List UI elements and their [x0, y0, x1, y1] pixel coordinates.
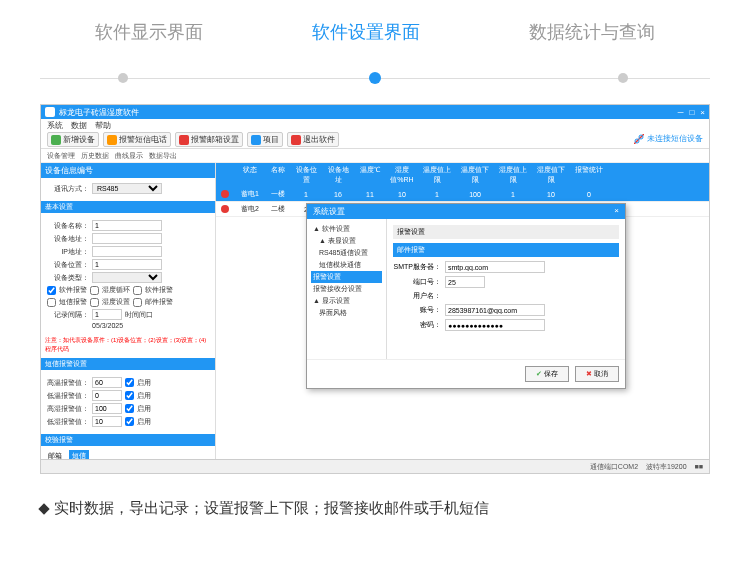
- tree-display-set[interactable]: ▲ 显示设置: [311, 295, 382, 307]
- exit-button[interactable]: 退出软件: [287, 132, 339, 147]
- menubar: 系统 数据 帮助: [41, 119, 709, 131]
- hi-temp-enable[interactable]: [125, 378, 134, 387]
- sheet-icon: [251, 135, 261, 145]
- ip-label: IP地址：: [47, 247, 89, 257]
- menu-help[interactable]: 帮助: [95, 120, 111, 131]
- exit-icon: [291, 135, 301, 145]
- pass-input[interactable]: [445, 319, 545, 331]
- content-area: 状态 名称 设备位置 设备地址 温度℃ 湿度值%RH 温度值上限 温度值下限 湿…: [216, 163, 709, 459]
- subtab-export[interactable]: 数据导出: [149, 151, 177, 161]
- toolbar: 新增设备 报警短信电话 报警邮箱设置 项目 退出软件: [41, 131, 709, 149]
- dev-addr-label: 设备地址：: [47, 234, 89, 244]
- dev-name-input[interactable]: [92, 220, 162, 231]
- ok-button[interactable]: ✔保存: [525, 366, 569, 382]
- conn-type-label: 通讯方式：: [47, 184, 89, 194]
- disconnect-note: 未连接短信设备: [634, 133, 703, 144]
- tab-settings[interactable]: 软件设置界面: [312, 20, 420, 74]
- dialog-footer: ✔保存 ✖取消: [307, 359, 625, 388]
- check-icon: ✔: [536, 370, 542, 377]
- dialog-titlebar: 系统设置 ×: [307, 204, 625, 219]
- tab-mail[interactable]: 邮箱: [45, 450, 65, 459]
- add-device-button[interactable]: 新增设备: [47, 132, 99, 147]
- tree-display[interactable]: ▲ 表显设置: [311, 235, 382, 247]
- menu-data[interactable]: 数据: [71, 120, 87, 131]
- tree-sms-module[interactable]: 短信模块通信: [311, 259, 382, 271]
- subtoolbar: 设备管理 历史数据 曲线显示 数据导出: [41, 149, 709, 163]
- hum-set-checkbox[interactable]: [90, 298, 99, 307]
- port-input[interactable]: [445, 276, 485, 288]
- smtp-label: SMTP服务器：: [393, 262, 441, 272]
- subtab-device[interactable]: 设备管理: [47, 151, 75, 161]
- tab-dot-active: [369, 72, 381, 84]
- hi-temp-label: 高温报警值：: [47, 378, 89, 388]
- maximize-button[interactable]: □: [689, 108, 694, 117]
- status-com: 通信端口COM2: [590, 462, 638, 472]
- caption-text: 实时数据，导出记录；设置报警上下限；报警接收邮件或手机短信: [54, 499, 489, 518]
- acct-label: 账号：: [393, 305, 441, 315]
- mail-panel-header: 邮件报警: [393, 243, 619, 257]
- tree-ui-style[interactable]: 界面风格: [311, 307, 382, 319]
- lo-temp-enable[interactable]: [125, 391, 134, 400]
- page-tabs: 软件显示界面 软件设置界面 数据统计与查询: [0, 0, 750, 74]
- hi-hum-input[interactable]: [92, 403, 122, 414]
- app-icon: [45, 107, 55, 117]
- table-row[interactable]: 蓄电1 一楼 1 16 11 10 1 100 1 10 0: [216, 187, 709, 202]
- dev-loc-label: 设备位置：: [47, 260, 89, 270]
- statusbar: 通信端口COM2 波特率19200 ■■: [41, 459, 709, 473]
- subtab-curve[interactable]: 曲线显示: [115, 151, 143, 161]
- sidebar: 设备信息编号 通讯方式：RS485 基本设置 设备名称： 设备地址： IP地址：…: [41, 163, 216, 459]
- settings-dialog: 系统设置 × ▲ 软件设置 ▲ 表显设置 RS485通信设置 短信模块通信 报警…: [306, 203, 626, 389]
- mail-alarm-checkbox[interactable]: [133, 298, 142, 307]
- tree-rs485[interactable]: RS485通信设置: [311, 247, 382, 259]
- port-label: 端口号：: [393, 277, 441, 287]
- sw-alarm-checkbox[interactable]: [47, 286, 56, 295]
- settings-tree: ▲ 软件设置 ▲ 表显设置 RS485通信设置 短信模块通信 报警设置 报警接收…: [307, 219, 387, 359]
- menu-system[interactable]: 系统: [47, 120, 63, 131]
- lo-temp-input[interactable]: [92, 390, 122, 401]
- rec-int-label: 记录间隔：: [47, 310, 89, 320]
- status-indicator: ■■: [695, 463, 703, 470]
- conn-type-select[interactable]: RS485: [92, 183, 162, 194]
- acct-input[interactable]: [445, 304, 545, 316]
- plus-icon: [51, 135, 61, 145]
- install-date: 05/3/2025: [92, 322, 123, 329]
- x-icon: ✖: [586, 370, 592, 377]
- minimize-button[interactable]: ─: [678, 108, 684, 117]
- cancel-button[interactable]: ✖取消: [575, 366, 619, 382]
- tab-display[interactable]: 软件显示界面: [95, 20, 203, 74]
- hum-cycle-checkbox[interactable]: [90, 286, 99, 295]
- ip-input[interactable]: [92, 246, 162, 257]
- proof-header: 校验报警: [41, 434, 215, 446]
- tab-dot: [618, 73, 628, 83]
- lo-hum-input[interactable]: [92, 416, 122, 427]
- hi-hum-enable[interactable]: [125, 404, 134, 413]
- subtab-history[interactable]: 历史数据: [81, 151, 109, 161]
- sw-alarm2-checkbox[interactable]: [133, 286, 142, 295]
- lo-temp-label: 低温报警值：: [47, 391, 89, 401]
- email-alarm-button[interactable]: 报警邮箱设置: [175, 132, 243, 147]
- status-baud: 波特率19200: [646, 462, 686, 472]
- lo-hum-enable[interactable]: [125, 417, 134, 426]
- runner-icon: [107, 135, 117, 145]
- hi-temp-input[interactable]: [92, 377, 122, 388]
- smtp-input[interactable]: [445, 261, 545, 273]
- caption-row: 实时数据，导出记录；设置报警上下限；报警接收邮件或手机短信: [0, 484, 750, 533]
- rec-int-input[interactable]: [92, 309, 122, 320]
- tab-statistics[interactable]: 数据统计与查询: [529, 20, 655, 74]
- titlebar: 标龙电子砖温湿度软件 ─ □ ×: [41, 105, 709, 119]
- dev-type-select[interactable]: [92, 272, 162, 283]
- dev-loc-input[interactable]: [92, 259, 162, 270]
- dev-addr-input[interactable]: [92, 233, 162, 244]
- tree-alarm-recv[interactable]: 报警接收分设置: [311, 283, 382, 295]
- sms-alarm-button[interactable]: 报警短信电话: [103, 132, 171, 147]
- dev-name-label: 设备名称：: [47, 221, 89, 231]
- tree-alarm[interactable]: 报警设置: [311, 271, 382, 283]
- close-button[interactable]: ×: [700, 108, 705, 117]
- dialog-close-button[interactable]: ×: [614, 206, 619, 217]
- diamond-icon: [38, 503, 49, 514]
- tab-phone[interactable]: 短信: [69, 450, 89, 459]
- project-button[interactable]: 项目: [247, 132, 283, 147]
- tree-software[interactable]: ▲ 软件设置: [311, 223, 382, 235]
- sms-alarm-checkbox[interactable]: [47, 298, 56, 307]
- app-title: 标龙电子砖温湿度软件: [59, 107, 139, 118]
